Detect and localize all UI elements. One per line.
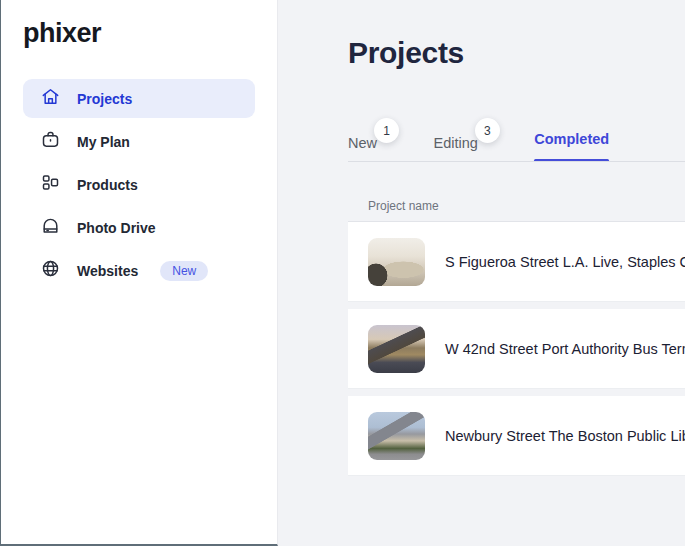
drive-icon — [40, 215, 61, 240]
sidebar-item-photo-drive[interactable]: Photo Drive — [23, 208, 255, 247]
page-title: Projects — [348, 36, 464, 70]
table-row[interactable]: Newbury Street The Boston Public Library — [348, 396, 685, 476]
tab-label: Completed — [534, 131, 609, 147]
sidebar-item-label: My Plan — [77, 134, 130, 150]
products-grid-icon — [40, 172, 61, 197]
project-thumbnail-suburban-house — [368, 412, 425, 460]
sidebar-item-label: Products — [77, 177, 138, 193]
projects-table: Project name S Figueroa Street L.A. Live… — [348, 190, 685, 483]
project-name: S Figueroa Street L.A. Live, Staples Cen… — [445, 254, 685, 270]
project-name: Newbury Street The Boston Public Library — [445, 428, 685, 444]
sidebar-item-label: Websites — [77, 263, 138, 279]
tab-label: Editing — [433, 135, 477, 151]
new-badge: New — [160, 261, 208, 281]
project-name: W 42nd Street Port Authority Bus Termina… — [445, 341, 685, 357]
brand-logo: phixer — [23, 18, 277, 49]
tab-count-badge: 3 — [475, 118, 500, 143]
sidebar: phixer Projects My Plan — [0, 0, 278, 546]
sidebar-item-products[interactable]: Products — [23, 165, 255, 204]
sidebar-nav: Projects My Plan Products — [1, 79, 277, 290]
main-content: Projects New1 Editing3 Completed Project… — [278, 0, 685, 546]
table-column-header: Project name — [348, 190, 685, 222]
home-icon — [40, 86, 61, 111]
tab-label: New — [348, 135, 377, 151]
briefcase-icon — [40, 129, 61, 154]
tab-completed[interactable]: Completed — [534, 122, 609, 162]
tab-bar-divider — [348, 161, 685, 162]
sidebar-item-my-plan[interactable]: My Plan — [23, 122, 255, 161]
sidebar-item-projects[interactable]: Projects — [23, 79, 255, 118]
project-thumbnail-house-dusk — [368, 325, 425, 373]
tab-editing[interactable]: Editing3 — [433, 122, 499, 171]
sidebar-item-label: Projects — [77, 91, 132, 107]
project-thumbnail-living-room — [368, 238, 425, 286]
table-row[interactable]: W 42nd Street Port Authority Bus Termina… — [348, 309, 685, 389]
table-row[interactable]: S Figueroa Street L.A. Live, Staples Cen… — [348, 222, 685, 302]
globe-icon — [40, 258, 61, 283]
column-header-label: Project name — [368, 199, 439, 213]
tab-bar: New1 Editing3 Completed — [348, 122, 685, 162]
sidebar-item-label: Photo Drive — [77, 220, 156, 236]
tab-count-badge: 1 — [374, 118, 399, 143]
sidebar-item-websites[interactable]: Websites New — [23, 251, 255, 290]
tab-new[interactable]: New1 — [348, 122, 399, 171]
